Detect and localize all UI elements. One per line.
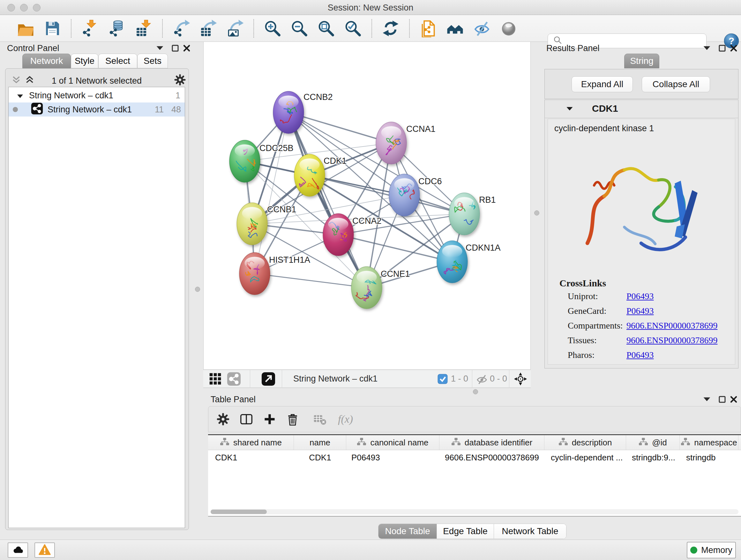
expand-all-button[interactable]: Expand All bbox=[571, 76, 633, 92]
column-header--id[interactable]: @id bbox=[626, 435, 680, 450]
string-home-icon[interactable] bbox=[446, 19, 465, 38]
crosslink-link[interactable]: P06493 bbox=[626, 350, 654, 360]
results-panel-close-icon[interactable] bbox=[730, 44, 738, 54]
selected-checkbox-icon[interactable] bbox=[437, 374, 448, 385]
node-HIST1H1A[interactable]: HIST1H1A bbox=[239, 253, 310, 295]
zoom-in-icon[interactable] bbox=[263, 19, 282, 38]
memory-button[interactable]: Memory bbox=[687, 542, 736, 558]
save-session-icon[interactable] bbox=[43, 19, 62, 38]
node-CDK1[interactable]: CDK1 bbox=[294, 154, 347, 196]
node-CDC6[interactable]: CDC6 bbox=[389, 174, 442, 216]
bottom-splitter-handle[interactable] bbox=[473, 389, 478, 394]
network-options-gear-icon[interactable] bbox=[174, 73, 186, 87]
table-horizontal-scrollbar[interactable] bbox=[211, 509, 738, 514]
import-network-database-icon[interactable] bbox=[107, 19, 126, 38]
table-row[interactable]: CDK1CDK1P064939606.ENSP00000378699cyclin… bbox=[208, 450, 741, 465]
export-image-icon[interactable] bbox=[225, 19, 245, 38]
birds-eye-view-icon[interactable] bbox=[209, 373, 222, 387]
tab-select[interactable]: Select bbox=[98, 54, 137, 68]
right-splitter-handle[interactable] bbox=[534, 210, 539, 215]
warnings-button[interactable] bbox=[35, 543, 55, 558]
network-row-selected[interactable]: String Network – cdk1 11 48 bbox=[9, 103, 185, 117]
results-panel-collapse-icon[interactable] bbox=[703, 45, 711, 52]
node-CDKN1A[interactable]: CDKN1A bbox=[437, 241, 501, 283]
tab-node-table[interactable]: Node Table bbox=[379, 524, 437, 539]
status-bar: Memory bbox=[0, 540, 741, 560]
zoom-out-icon[interactable] bbox=[290, 19, 309, 38]
control-panel-collapse-icon[interactable] bbox=[156, 45, 164, 52]
hide-results-icon[interactable] bbox=[472, 19, 491, 38]
column-header-shared-name[interactable]: shared name bbox=[208, 435, 294, 450]
table-cell[interactable]: CDK1 bbox=[294, 453, 346, 462]
import-table-icon[interactable] bbox=[134, 19, 153, 38]
control-panel-close-icon[interactable] bbox=[183, 44, 191, 54]
open-file-icon[interactable] bbox=[16, 19, 35, 38]
collapse-all-button[interactable]: Collapse All bbox=[642, 76, 710, 92]
crosslink-link[interactable]: P06493 bbox=[626, 306, 654, 316]
column-header-database-identifier[interactable]: database identifier bbox=[440, 435, 544, 450]
table-cell[interactable]: 9606.ENSP00000378699 bbox=[440, 453, 544, 462]
open-view-window-icon[interactable] bbox=[261, 372, 275, 387]
node-CCNB2[interactable]: CCNB2 bbox=[273, 91, 333, 133]
edge-HIST1H1A-CCNE1[interactable] bbox=[255, 273, 367, 288]
table-options-gear-icon[interactable] bbox=[216, 412, 230, 426]
export-table-icon[interactable] bbox=[199, 19, 218, 38]
string-app-icon[interactable] bbox=[419, 19, 438, 38]
tab-string[interactable]: String bbox=[624, 54, 659, 68]
export-network-icon[interactable] bbox=[172, 19, 191, 38]
node-RB1[interactable]: RB1 bbox=[449, 193, 496, 235]
crosslink-link[interactable]: 9606.ENSP00000378699 bbox=[626, 335, 718, 346]
table-header-row: shared namenamecanonical namedatabase id… bbox=[208, 435, 741, 450]
column-header-canonical-name[interactable]: canonical name bbox=[346, 435, 440, 450]
show-columns-icon[interactable] bbox=[239, 412, 254, 427]
node-label-CDC25B: CDC25B bbox=[259, 143, 293, 153]
left-splitter-handle[interactable] bbox=[195, 287, 200, 292]
network-canvas[interactable]: CCNB2CCNA1CDC25BCDK1CDC6RB1CCNB1CCNA2CDK… bbox=[203, 42, 531, 370]
cloud-button[interactable] bbox=[8, 543, 28, 558]
table-cell[interactable]: CDK1 bbox=[208, 453, 294, 462]
string-badge-gray-icon[interactable] bbox=[227, 372, 241, 387]
edge-CCNB2-HIST1H1A[interactable] bbox=[255, 112, 288, 273]
create-column-icon[interactable] bbox=[263, 412, 277, 426]
node-CCNA1[interactable]: CCNA1 bbox=[376, 122, 435, 164]
table-cell[interactable]: stringdb bbox=[680, 453, 738, 462]
import-network-file-icon[interactable] bbox=[80, 19, 99, 38]
refresh-icon[interactable] bbox=[381, 19, 400, 38]
crosslink-link[interactable]: P06493 bbox=[626, 291, 654, 301]
tab-edge-table[interactable]: Edge Table bbox=[437, 524, 494, 539]
table-cell[interactable]: stringdb:9... bbox=[626, 453, 680, 462]
table-panel-collapse-icon[interactable] bbox=[703, 396, 711, 403]
tab-network-table[interactable]: Network Table bbox=[494, 524, 566, 539]
zoom-fit-icon[interactable] bbox=[317, 19, 336, 38]
gene-section-collapse-icon[interactable] bbox=[566, 106, 574, 113]
toolbar-separator bbox=[253, 19, 254, 38]
show-results-icon[interactable] bbox=[499, 19, 518, 38]
node-CDC25B[interactable]: CDC25B bbox=[229, 140, 293, 182]
column-header-name[interactable]: name bbox=[294, 435, 346, 450]
results-panel-float-icon[interactable] bbox=[718, 44, 726, 54]
fit-selected-icon[interactable] bbox=[514, 372, 528, 387]
control-panel-float-icon[interactable] bbox=[171, 44, 179, 54]
network-collection-row[interactable]: String Network – cdk1 1 bbox=[9, 88, 185, 103]
memory-label: Memory bbox=[701, 545, 732, 555]
delete-column-trash-icon[interactable] bbox=[286, 412, 300, 426]
crosslink-link[interactable]: 9606.ENSP00000378699 bbox=[626, 320, 718, 331]
edge-CCNB2-CCNA1[interactable] bbox=[288, 112, 391, 143]
node-CCNE1[interactable]: CCNE1 bbox=[351, 266, 410, 309]
column-header-description[interactable]: description bbox=[544, 435, 626, 450]
tree-expand-icon[interactable] bbox=[17, 91, 23, 101]
node-CCNB1[interactable]: CCNB1 bbox=[237, 203, 296, 245]
zoom-selected-icon[interactable] bbox=[343, 19, 362, 38]
protein-structure-image bbox=[571, 142, 735, 271]
tab-sets[interactable]: Sets bbox=[137, 54, 168, 68]
table-panel-close-icon[interactable] bbox=[730, 395, 738, 405]
table-cell[interactable]: cyclin-dependent ... bbox=[544, 453, 626, 462]
scrollbar-thumb[interactable] bbox=[211, 509, 267, 514]
tab-network[interactable]: Network bbox=[22, 54, 71, 68]
tab-style[interactable]: Style bbox=[71, 54, 98, 68]
table-cell[interactable]: P06493 bbox=[346, 453, 440, 462]
network-graph[interactable]: CCNB2CCNA1CDC25BCDK1CDC6RB1CCNB1CCNA2CDK… bbox=[204, 42, 530, 369]
column-header-namespace[interactable]: namespace bbox=[680, 435, 738, 450]
table-panel-float-icon[interactable] bbox=[718, 395, 726, 405]
control-panel-title: Control Panel bbox=[7, 44, 59, 53]
